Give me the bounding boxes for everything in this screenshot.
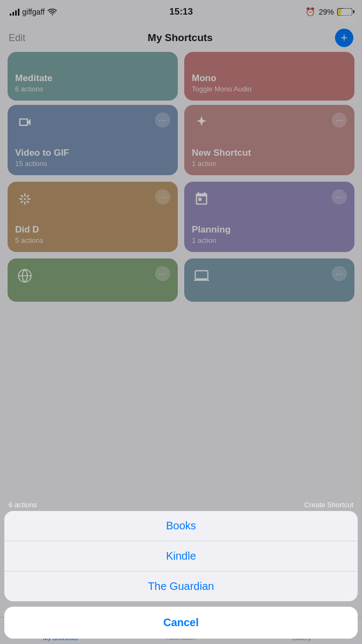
bottom-hint-left: 6 actions xyxy=(9,501,37,509)
action-sheet: 6 actions Create Shortcut Books Kindle T… xyxy=(0,501,362,644)
action-sheet-kindle[interactable]: Kindle xyxy=(4,541,358,572)
action-sheet-cancel[interactable]: Cancel xyxy=(4,607,358,639)
action-sheet-books[interactable]: Books xyxy=(4,511,358,541)
action-sheet-options-group: Books Kindle The Guardian xyxy=(4,511,358,601)
bottom-hint-right: Create Shortcut xyxy=(304,501,353,509)
action-sheet-guardian[interactable]: The Guardian xyxy=(4,572,358,601)
